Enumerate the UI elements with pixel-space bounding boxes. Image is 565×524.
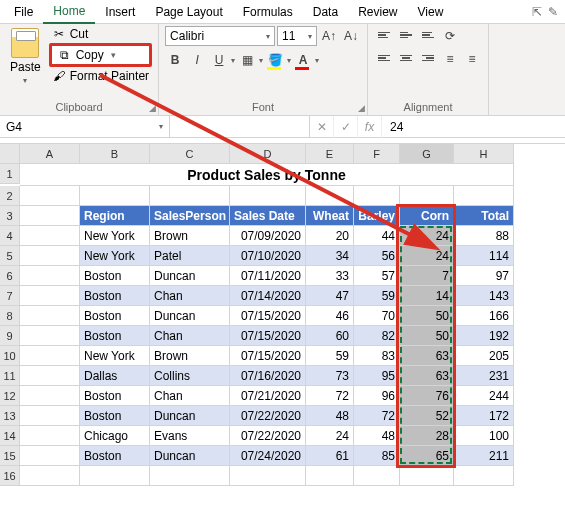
cell-total[interactable]: 88 bbox=[454, 226, 514, 246]
cell-barley[interactable]: 70 bbox=[354, 306, 400, 326]
cell[interactable] bbox=[400, 466, 454, 486]
cell-wheat[interactable]: 60 bbox=[306, 326, 354, 346]
cancel-formula-button[interactable]: ✕ bbox=[310, 116, 334, 138]
italic-button[interactable]: I bbox=[187, 50, 207, 70]
column-header-C[interactable]: C bbox=[150, 144, 230, 164]
font-color-button[interactable]: A bbox=[293, 50, 313, 70]
cell[interactable] bbox=[20, 286, 80, 306]
cell-date[interactable]: 07/15/2020 bbox=[230, 306, 306, 326]
tab-page-layout[interactable]: Page Layout bbox=[145, 1, 232, 23]
cell-salesperson[interactable]: Duncan bbox=[150, 266, 230, 286]
row-header-6[interactable]: 6 bbox=[0, 266, 20, 286]
cell-region[interactable]: Boston bbox=[80, 406, 150, 426]
share-icon[interactable]: ⇱ bbox=[531, 6, 543, 18]
cell-salesperson[interactable]: Brown bbox=[150, 226, 230, 246]
cell-wheat[interactable]: 20 bbox=[306, 226, 354, 246]
cell-date[interactable]: 07/21/2020 bbox=[230, 386, 306, 406]
font-size-select[interactable]: 11 ▾ bbox=[277, 26, 317, 46]
cell-wheat[interactable]: 72 bbox=[306, 386, 354, 406]
cell[interactable] bbox=[230, 466, 306, 486]
table-header[interactable]: SalesPerson bbox=[150, 206, 230, 226]
row-header-10[interactable]: 10 bbox=[0, 346, 20, 366]
cell-total[interactable]: 205 bbox=[454, 346, 514, 366]
cell[interactable] bbox=[230, 186, 306, 206]
row-header-1[interactable]: 1 bbox=[0, 164, 20, 184]
cell-wheat[interactable]: 59 bbox=[306, 346, 354, 366]
cell-date[interactable]: 07/15/2020 bbox=[230, 346, 306, 366]
cell-date[interactable]: 07/15/2020 bbox=[230, 326, 306, 346]
cell-salesperson[interactable]: Duncan bbox=[150, 406, 230, 426]
chevron-down-icon[interactable]: ▾ bbox=[231, 56, 235, 65]
cell-barley[interactable]: 85 bbox=[354, 446, 400, 466]
cell-wheat[interactable]: 33 bbox=[306, 266, 354, 286]
cell[interactable] bbox=[80, 466, 150, 486]
align-bottom-button[interactable] bbox=[418, 26, 438, 44]
row-header-15[interactable]: 15 bbox=[0, 446, 20, 466]
cell-corn[interactable]: 24 bbox=[400, 246, 454, 266]
cell-date[interactable]: 07/14/2020 bbox=[230, 286, 306, 306]
table-header[interactable]: Total bbox=[454, 206, 514, 226]
cell[interactable] bbox=[20, 326, 80, 346]
table-header[interactable]: Corn bbox=[400, 206, 454, 226]
row-header-2[interactable]: 2 bbox=[0, 186, 20, 206]
tab-view[interactable]: View bbox=[408, 1, 454, 23]
copy-button[interactable]: ⧉ Copy ▾ bbox=[49, 43, 152, 67]
cell-total[interactable]: 114 bbox=[454, 246, 514, 266]
row-header-16[interactable]: 16 bbox=[0, 466, 20, 486]
column-header-H[interactable]: H bbox=[454, 144, 514, 164]
cell-region[interactable]: Dallas bbox=[80, 366, 150, 386]
dialog-launcher-icon[interactable]: ◢ bbox=[358, 103, 365, 113]
row-header-13[interactable]: 13 bbox=[0, 406, 20, 426]
chevron-down-icon[interactable]: ▾ bbox=[315, 56, 319, 65]
cell[interactable] bbox=[20, 426, 80, 446]
cell[interactable] bbox=[20, 206, 80, 226]
cut-button[interactable]: ✂ Cut bbox=[49, 26, 152, 42]
align-center-button[interactable] bbox=[396, 49, 416, 67]
cell-salesperson[interactable]: Brown bbox=[150, 346, 230, 366]
cell-corn[interactable]: 24 bbox=[400, 226, 454, 246]
cell[interactable] bbox=[306, 186, 354, 206]
cell[interactable] bbox=[354, 466, 400, 486]
cell-region[interactable]: Boston bbox=[80, 326, 150, 346]
table-header[interactable]: Wheat bbox=[306, 206, 354, 226]
cell-wheat[interactable]: 46 bbox=[306, 306, 354, 326]
decrease-indent-button[interactable]: ≡ bbox=[440, 49, 460, 69]
chevron-down-icon[interactable]: ▾ bbox=[287, 56, 291, 65]
column-header-D[interactable]: D bbox=[230, 144, 306, 164]
cell-wheat[interactable]: 24 bbox=[306, 426, 354, 446]
spreadsheet-grid[interactable]: ABCDEFGH1Product Sales by Tonne23RegionS… bbox=[0, 144, 565, 486]
table-header[interactable]: Region bbox=[80, 206, 150, 226]
align-middle-button[interactable] bbox=[396, 26, 416, 44]
border-button[interactable]: ▦ bbox=[237, 50, 257, 70]
cell-total[interactable]: 100 bbox=[454, 426, 514, 446]
cell-region[interactable]: New York bbox=[80, 226, 150, 246]
row-header-4[interactable]: 4 bbox=[0, 226, 20, 246]
cell-wheat[interactable]: 73 bbox=[306, 366, 354, 386]
cell-barley[interactable]: 59 bbox=[354, 286, 400, 306]
cell-barley[interactable]: 83 bbox=[354, 346, 400, 366]
underline-button[interactable]: U bbox=[209, 50, 229, 70]
cell-date[interactable]: 07/22/2020 bbox=[230, 426, 306, 446]
font-name-select[interactable]: Calibri ▾ bbox=[165, 26, 275, 46]
cell-salesperson[interactable]: Evans bbox=[150, 426, 230, 446]
fx-button[interactable]: fx bbox=[358, 116, 382, 138]
cell-wheat[interactable]: 34 bbox=[306, 246, 354, 266]
cell-total[interactable]: 143 bbox=[454, 286, 514, 306]
cell-barley[interactable]: 57 bbox=[354, 266, 400, 286]
cell[interactable] bbox=[20, 266, 80, 286]
cell-barley[interactable]: 96 bbox=[354, 386, 400, 406]
cell-corn[interactable]: 63 bbox=[400, 346, 454, 366]
tab-home[interactable]: Home bbox=[43, 0, 95, 24]
cell-region[interactable]: New York bbox=[80, 246, 150, 266]
cell-date[interactable]: 07/22/2020 bbox=[230, 406, 306, 426]
column-header-A[interactable]: A bbox=[20, 144, 80, 164]
cell[interactable] bbox=[80, 186, 150, 206]
cell[interactable] bbox=[20, 406, 80, 426]
column-header-G[interactable]: G bbox=[400, 144, 454, 164]
tab-data[interactable]: Data bbox=[303, 1, 348, 23]
row-header-3[interactable]: 3 bbox=[0, 206, 20, 226]
comments-icon[interactable]: ✎ bbox=[547, 6, 559, 18]
cell[interactable] bbox=[20, 446, 80, 466]
cell-total[interactable]: 192 bbox=[454, 326, 514, 346]
cell-region[interactable]: Boston bbox=[80, 306, 150, 326]
